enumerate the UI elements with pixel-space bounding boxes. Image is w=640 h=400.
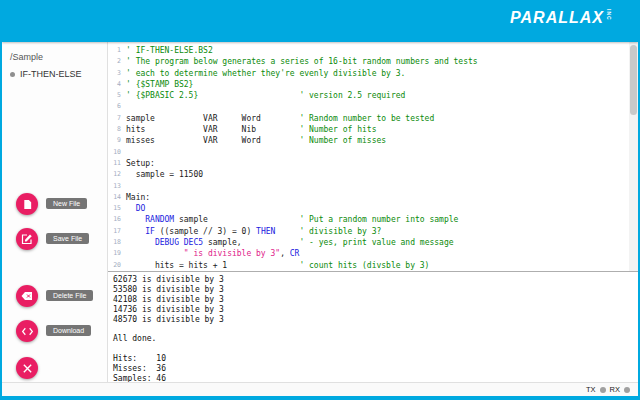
console-line: All done. [113,334,638,344]
code-editor[interactable]: 1' IF-THEN-ELSE.BS22' The program below … [108,42,638,271]
app-window: PARALLAX INC /Sample IF-THEN-ELSE New Fi… [0,0,640,400]
file-label: IF-THEN-ELSE [20,69,82,79]
logo-text: PARALLAX [510,9,604,27]
line-number: 15 [108,203,126,214]
new-file-icon [22,199,33,210]
logo-sub-text: INC [606,9,612,21]
console-lines: 62673 is divisible by 353580 is divisibl… [113,275,638,383]
code-line: 13 [108,181,638,192]
code-line: 18 DEBUG DEC5 sample, ' - yes, print val… [108,237,638,248]
file-list: IF-THEN-ELSE [2,64,107,84]
code-lines: 1' IF-THEN-ELSE.BS22' The program below … [108,45,638,271]
editor-scrollbar[interactable] [629,42,638,271]
rx-indicator-icon [624,387,630,393]
close-button[interactable] [16,357,38,379]
tx-indicator-icon [600,387,606,393]
line-number: 12 [108,169,126,180]
line-number: 9 [108,135,126,146]
status-bar: TX RX [2,382,638,396]
new-file-button[interactable] [16,193,38,215]
save-file-button[interactable] [16,228,38,250]
console-line: 14736 is divisible by 3 [113,305,638,315]
console-line: 48570 is divisible by 3 [113,315,638,325]
file-bullet-icon [10,72,15,77]
edit-icon [21,233,33,245]
console-line: 62673 is divisible by 3 [113,275,638,285]
download-label: Download [46,325,91,336]
code-line: 8hits VAR Nib ' Number of hits [108,124,638,135]
code-icon [21,325,34,338]
line-number: 4 [108,79,126,90]
console-line: Misses: 36 [113,364,638,374]
line-number: 20 [108,260,126,271]
line-number: 1 [108,45,126,56]
code-line: 17 IF ((sample // 3) = 0) THEN ' divisib… [108,226,638,237]
line-number: 18 [108,237,126,248]
code-line: 7sample VAR Word ' Random number to be t… [108,113,638,124]
line-number: 10 [108,147,126,158]
download-button[interactable] [16,320,38,342]
code-line: 19 " is divisible by 3", CR [108,248,638,259]
new-file-label: New File [46,198,87,209]
line-number: 2 [108,56,126,67]
code-line: 2' The program below generates a series … [108,56,638,67]
scrollbar-thumb[interactable] [630,45,637,115]
code-line: 1' IF-THEN-ELSE.BS2 [108,45,638,56]
rx-label: RX [610,385,620,394]
parallax-logo: PARALLAX INC [510,9,612,27]
sidebar-file-item[interactable]: IF-THEN-ELSE [2,64,107,84]
line-number: 14 [108,192,126,203]
line-number: 17 [108,226,126,237]
line-number: 3 [108,68,126,79]
delete-file-button[interactable] [16,285,38,307]
console-line: 42108 is divisible by 3 [113,295,638,305]
console-line: 53580 is divisible by 3 [113,285,638,295]
current-path-label: /Sample [2,42,107,64]
code-line: 4' {$STAMP BS2} [108,79,638,90]
console-line [113,325,638,335]
line-number: 13 [108,181,126,192]
line-number: 5 [108,90,126,101]
code-line: 12 sample = 11500 [108,169,638,180]
header: PARALLAX INC [2,0,638,42]
close-icon [22,363,33,374]
save-file-label: Save File [46,233,89,244]
code-line: 20 hits = hits + 1 ' count hits (divsble… [108,260,638,271]
delete-file-label: Delete File [46,290,93,301]
delete-backspace-icon [21,290,33,302]
line-number: 11 [108,158,126,169]
line-number: 19 [108,248,126,259]
console-line: Hits: 10 [113,354,638,364]
code-line: 14Main: [108,192,638,203]
console-output[interactable]: 62673 is divisible by 353580 is divisibl… [108,271,638,383]
tx-label: TX [586,385,596,394]
line-number: 7 [108,113,126,124]
code-line: 10 [108,147,638,158]
line-number: 8 [108,124,126,135]
code-line: 6 [108,101,638,112]
line-number: 16 [108,214,126,225]
code-line: 5' {$PBASIC 2.5} ' version 2.5 required [108,90,638,101]
code-line: 9misses VAR Word ' Number of misses [108,135,638,146]
code-line: 3' each to determine whether they're eve… [108,68,638,79]
code-line: 15 DO [108,203,638,214]
console-line [113,344,638,354]
code-line: 11Setup: [108,158,638,169]
line-number: 6 [108,101,126,112]
code-line: 16 RANDOM sample ' Put a random number i… [108,214,638,225]
